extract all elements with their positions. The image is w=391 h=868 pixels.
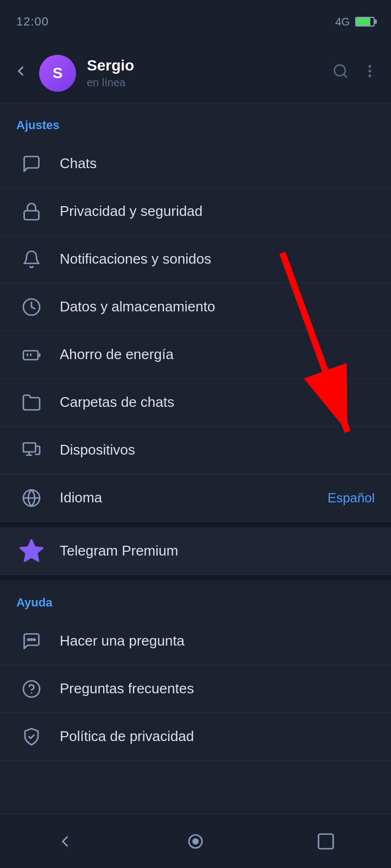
svg-rect-8: [23, 443, 36, 452]
faq-icon: [16, 674, 47, 704]
svg-rect-5: [24, 210, 39, 220]
menu-item-folders[interactable]: Carpetas de chats: [0, 379, 391, 426]
notifications-label: Notificaciones y sonidos: [60, 251, 375, 267]
premium-label: Telegram Premium: [60, 542, 375, 559]
data-label: Datos y almacenamiento: [60, 298, 375, 315]
menu-item-ask[interactable]: Hacer una pregunta: [0, 617, 391, 665]
faq-label: Preguntas frecuentes: [60, 680, 375, 697]
settings-content: Ajustes Chats Privacidad y seguridad Not…: [0, 103, 391, 815]
header-subtitle: en línea: [87, 76, 321, 89]
premium-star-icon: ⭐: [16, 536, 47, 566]
avatar: S: [39, 55, 76, 92]
menu-item-language[interactable]: Idioma Español: [0, 474, 391, 522]
header-name: Sergio: [87, 57, 321, 74]
svg-point-15: [34, 639, 35, 640]
svg-point-4: [369, 75, 371, 77]
search-icon[interactable]: [332, 63, 349, 83]
ask-label: Hacer una pregunta: [60, 633, 375, 649]
energy-label: Ahorro de energía: [60, 346, 375, 363]
nav-bar: [0, 814, 391, 868]
privacy-icon: [16, 196, 47, 227]
menu-item-faq[interactable]: Preguntas frecuentes: [0, 665, 391, 713]
menu-item-energy[interactable]: Ahorro de energía: [0, 331, 391, 379]
svg-line-1: [344, 74, 346, 77]
menu-item-privacy-policy[interactable]: Política de privacidad: [0, 713, 391, 761]
privacy-policy-label: Política de privacidad: [60, 728, 375, 745]
header-info: Sergio en línea: [87, 57, 321, 89]
svg-point-2: [369, 66, 371, 67]
signal-indicator: 4G: [335, 16, 350, 28]
folders-label: Carpetas de chats: [60, 394, 375, 411]
menu-item-privacy[interactable]: Privacidad y seguridad: [0, 188, 391, 235]
chats-icon: [16, 149, 47, 179]
more-icon[interactable]: [362, 63, 378, 83]
nav-recents-button[interactable]: [304, 825, 348, 858]
language-label: Idioma: [60, 489, 327, 506]
svg-point-13: [28, 639, 29, 640]
language-value: Español: [327, 490, 375, 506]
status-bar: 12:00 4G: [0, 0, 391, 43]
ajustes-section-header: Ajustes: [0, 103, 391, 140]
devices-icon: [16, 435, 47, 465]
status-time: 12:00: [16, 15, 49, 29]
devices-label: Dispositivos: [60, 442, 375, 458]
menu-item-notifications[interactable]: Notificaciones y sonidos: [0, 235, 391, 283]
privacy-policy-icon: [16, 722, 47, 752]
menu-item-chats[interactable]: Chats: [0, 140, 391, 188]
svg-rect-20: [319, 834, 333, 848]
ask-icon: [16, 626, 47, 656]
section-divider-1: [0, 522, 391, 527]
header: S Sergio en línea: [0, 43, 391, 103]
folders-icon: [16, 387, 47, 418]
nav-home-button[interactable]: [174, 825, 217, 858]
energy-icon: [16, 340, 47, 370]
svg-point-19: [193, 839, 198, 844]
menu-item-premium[interactable]: ⭐ Telegram Premium: [0, 527, 391, 575]
status-indicators: 4G: [335, 16, 375, 28]
language-icon: [16, 483, 47, 513]
chats-label: Chats: [60, 155, 375, 172]
header-actions: [332, 63, 378, 83]
svg-point-14: [31, 639, 33, 640]
nav-back-button[interactable]: [43, 825, 87, 858]
ayuda-section-header: Ayuda: [0, 580, 391, 617]
menu-item-data[interactable]: Datos y almacenamiento: [0, 283, 391, 331]
notifications-icon: [16, 244, 47, 275]
menu-item-devices[interactable]: Dispositivos: [0, 426, 391, 474]
data-icon: [16, 292, 47, 322]
section-divider-2: [0, 575, 391, 580]
battery-indicator: [355, 17, 375, 27]
privacy-label: Privacidad y seguridad: [60, 203, 375, 220]
svg-point-16: [23, 681, 40, 697]
svg-point-3: [369, 71, 371, 72]
back-button[interactable]: [13, 63, 28, 82]
